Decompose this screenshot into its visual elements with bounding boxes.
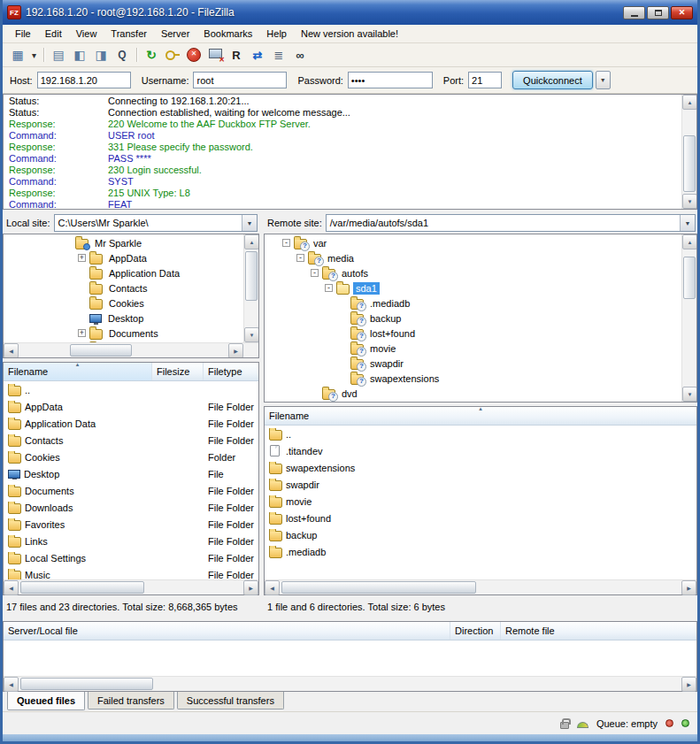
scroll-left-icon[interactable]: ◀ bbox=[265, 580, 280, 595]
tree-expander-icon[interactable] bbox=[78, 269, 86, 277]
remote-tree-vscrollbar[interactable]: ▲ ▼ bbox=[681, 234, 696, 402]
local-tree-vscrollbar[interactable]: ▲ ▼ bbox=[243, 234, 258, 342]
file-row[interactable]: .mediadb bbox=[265, 543, 696, 560]
menu-edit[interactable]: Edit bbox=[38, 27, 69, 41]
tree-item[interactable]: + Documents bbox=[4, 326, 243, 341]
scroll-down-icon[interactable]: ▼ bbox=[682, 387, 697, 402]
scrollbar-track[interactable] bbox=[19, 580, 243, 594]
port-input[interactable] bbox=[468, 72, 502, 88]
cancel-button[interactable] bbox=[183, 45, 204, 65]
local-tree-hscrollbar[interactable]: ◀ ▶ bbox=[4, 342, 258, 357]
tree-item[interactable]: - sda1 bbox=[265, 280, 681, 295]
file-row[interactable]: Cookies Folder bbox=[4, 449, 258, 465]
scroll-right-icon[interactable]: ▶ bbox=[681, 677, 696, 692]
column-header-server-local-file[interactable]: Server/Local file bbox=[4, 622, 450, 640]
tree-item[interactable]: swapdir bbox=[265, 356, 681, 371]
local-site-combobox[interactable]: C:\Users\Mr Sparkle\ ▼ bbox=[54, 214, 258, 232]
tree-expander-icon[interactable] bbox=[78, 314, 86, 322]
tab-successful-transfers[interactable]: Successful transfers bbox=[177, 692, 284, 709]
scrollbar-thumb[interactable] bbox=[245, 251, 258, 301]
compare-button[interactable] bbox=[247, 45, 268, 65]
tree-item[interactable]: + AppData bbox=[4, 250, 243, 265]
tree-expander-icon[interactable] bbox=[78, 284, 86, 292]
queue-body[interactable] bbox=[4, 640, 696, 676]
file-row[interactable]: swapextensions bbox=[265, 459, 696, 476]
file-row[interactable]: .. bbox=[4, 381, 258, 398]
tree-expander-icon[interactable]: + bbox=[78, 254, 86, 262]
menu-transfer[interactable]: Transfer bbox=[104, 27, 154, 41]
remote-site-combobox[interactable]: /var/media/autofs/sda1 ▼ bbox=[326, 214, 696, 232]
tree-item[interactable]: Mr Sparkle bbox=[4, 235, 243, 250]
scrollbar-thumb[interactable] bbox=[20, 581, 144, 594]
file-row[interactable]: Links File Folder bbox=[4, 533, 258, 549]
title-bar[interactable]: FZ 192.168.1.20 - root@192.168.1.20 - Fi… bbox=[3, 0, 697, 25]
scrollbar-thumb[interactable] bbox=[20, 678, 153, 690]
minimize-button[interactable] bbox=[623, 6, 645, 19]
tree-expander-icon[interactable]: - bbox=[325, 284, 333, 292]
scroll-left-icon[interactable]: ◀ bbox=[4, 677, 19, 692]
file-row[interactable]: AppData File Folder bbox=[4, 398, 258, 415]
sync-browsing-button[interactable] bbox=[268, 45, 289, 65]
scroll-left-icon[interactable]: ◀ bbox=[4, 343, 19, 358]
file-row[interactable]: Documents File Folder bbox=[4, 482, 258, 499]
reconnect-button[interactable] bbox=[226, 45, 247, 65]
scrollbar-track[interactable] bbox=[682, 110, 696, 194]
tree-item[interactable]: swapextensions bbox=[265, 371, 681, 386]
tree-expander-icon[interactable] bbox=[339, 359, 347, 367]
tree-expander-icon[interactable]: + bbox=[78, 329, 86, 337]
scrollbar-track[interactable] bbox=[19, 343, 228, 357]
toggle-queue-button[interactable] bbox=[112, 45, 133, 65]
username-input[interactable] bbox=[193, 72, 287, 88]
queue-hscrollbar[interactable]: ◀ ▶ bbox=[4, 676, 696, 691]
scrollbar-thumb[interactable] bbox=[70, 344, 132, 357]
file-row[interactable]: Desktop File bbox=[4, 465, 258, 482]
tree-item[interactable]: .mediadb bbox=[265, 295, 681, 311]
process-queue-button[interactable] bbox=[162, 45, 183, 65]
file-row[interactable]: .. bbox=[265, 426, 696, 442]
local-list-hscrollbar[interactable]: ◀ ▶ bbox=[4, 579, 258, 594]
column-header-remote-file[interactable]: Remote file bbox=[501, 622, 696, 640]
tree-item[interactable]: Contacts bbox=[4, 280, 243, 295]
scroll-left-icon[interactable]: ◀ bbox=[4, 580, 19, 595]
scroll-right-icon[interactable]: ▶ bbox=[228, 343, 243, 358]
tree-expander-icon[interactable]: - bbox=[282, 239, 290, 247]
tree-item[interactable]: - var bbox=[265, 235, 681, 250]
tree-item[interactable]: Application Data bbox=[4, 265, 243, 280]
menu-bookmarks[interactable]: Bookmarks bbox=[196, 27, 259, 41]
file-row[interactable]: movie bbox=[265, 493, 696, 510]
file-row[interactable]: lost+found bbox=[265, 510, 696, 526]
chevron-down-icon[interactable]: ▼ bbox=[242, 215, 257, 231]
quickconnect-button[interactable]: Quickconnect bbox=[512, 71, 593, 89]
tree-expander-icon[interactable] bbox=[339, 344, 347, 352]
column-header-filesize[interactable]: Filesize bbox=[152, 363, 204, 380]
chevron-down-icon[interactable]: ▼ bbox=[680, 215, 695, 231]
file-row[interactable]: backup bbox=[265, 526, 696, 543]
tree-item[interactable]: backup bbox=[265, 311, 681, 326]
tree-expander-icon[interactable] bbox=[339, 299, 347, 307]
menu-server[interactable]: Server bbox=[154, 27, 196, 41]
host-input[interactable] bbox=[37, 72, 131, 88]
scroll-up-icon[interactable]: ▲ bbox=[244, 234, 259, 249]
scroll-right-icon[interactable]: ▶ bbox=[243, 580, 258, 595]
tree-expander-icon[interactable]: - bbox=[296, 254, 304, 262]
menu-view[interactable]: View bbox=[69, 27, 104, 41]
scrollbar-thumb[interactable] bbox=[683, 257, 696, 299]
tree-expander-icon[interactable] bbox=[339, 374, 347, 382]
column-header-filename[interactable]: Filename ▴ bbox=[265, 407, 696, 425]
file-row[interactable]: Downloads File Folder bbox=[4, 499, 258, 516]
scrollbar-track[interactable] bbox=[682, 249, 696, 387]
quickconnect-dropdown[interactable]: ▼ bbox=[596, 71, 611, 89]
column-header-direction[interactable]: Direction bbox=[450, 622, 501, 640]
column-header-filename[interactable]: Filename ▴ bbox=[4, 363, 152, 380]
log-scrollbar[interactable]: ▲ ▼ bbox=[681, 95, 696, 209]
remote-list-hscrollbar[interactable]: ◀ ▶ bbox=[265, 579, 696, 594]
tree-expander-icon[interactable] bbox=[64, 239, 72, 247]
tree-expander-icon[interactable] bbox=[78, 299, 86, 307]
tree-expander-icon[interactable] bbox=[339, 329, 347, 337]
file-row[interactable]: Contacts File Folder bbox=[4, 432, 258, 449]
tree-item[interactable]: dvd bbox=[265, 386, 681, 401]
site-manager-dropdown[interactable] bbox=[28, 45, 40, 65]
file-row[interactable]: .titandev bbox=[265, 442, 696, 459]
maximize-button[interactable] bbox=[647, 6, 669, 19]
column-header-filetype[interactable]: Filetype bbox=[204, 363, 258, 380]
